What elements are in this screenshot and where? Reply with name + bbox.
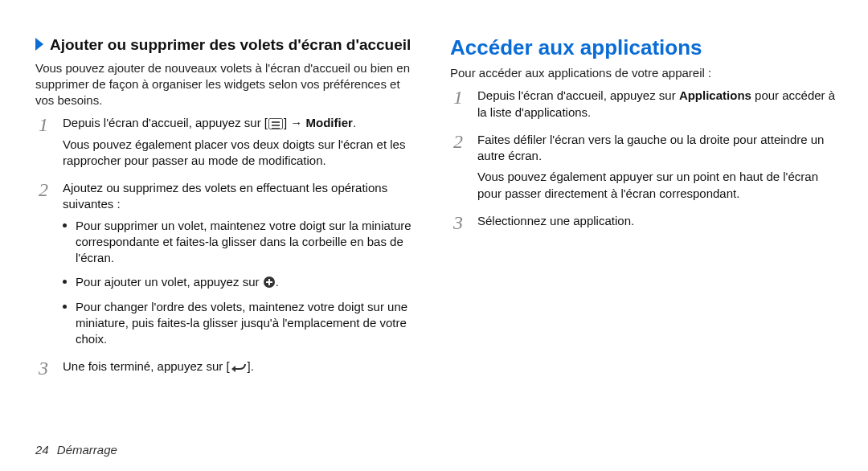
left-step-1-end: . [353,116,356,129]
right-steps: Depuis l'écran d'accueil, appuyez sur Ap… [450,88,836,229]
page-footer: 24 Démarrage [35,443,117,457]
left-step-2-text: Ajoutez ou supprimez des volets en effec… [63,180,421,213]
right-intro: Pour accéder aux applications de votre a… [450,65,836,81]
left-bullet-3: Pour changer l'ordre des volets, mainten… [63,299,421,348]
left-step-3: Une fois terminé, appuyez sur []. [35,358,421,375]
left-bullet-1: Pour supprimer un volet, maintenez votre… [63,218,421,267]
left-step-3-text: Une fois terminé, appuyez sur []. [63,358,421,375]
content-columns: Ajouter ou supprimer des volets d'écran … [35,35,836,387]
page: Ajouter ou supprimer des volets d'écran … [0,0,868,471]
left-step-3-suffix: ]. [248,359,254,373]
left-bullet-2-suffix: . [276,275,279,289]
left-step-1-text: Depuis l'écran d'accueil, appuyez sur []… [63,115,421,131]
right-step-3: Sélectionnez une application. [450,213,836,229]
left-step-2-bullets: Pour supprimer un volet, maintenez votre… [63,218,421,348]
left-intro: Vous pouvez ajouter de nouveaux volets à… [35,60,421,109]
left-step-1-prefix: Depuis l'écran d'accueil, appuyez sur [ [63,116,268,129]
left-steps: Depuis l'écran d'accueil, appuyez sur []… [35,115,421,375]
right-column: Accéder aux applications Pour accéder au… [450,35,836,387]
page-number: 24 [35,443,49,457]
left-step-1-bold: Modifier [306,116,353,129]
right-step-1: Depuis l'écran d'accueil, appuyez sur Ap… [450,88,836,121]
right-step-1-bold: Applications [679,88,751,102]
right-step-3-text: Sélectionnez une application. [477,213,836,229]
right-step-1-text: Depuis l'écran d'accueil, appuyez sur Ap… [477,88,836,121]
left-step-1-suffix: ] → [284,116,306,129]
right-heading: Accéder aux applications [450,35,836,60]
left-step-2: Ajoutez ou supprimez des volets en effec… [35,180,421,347]
left-step-1-sub: Vous pouvez également placer vos deux do… [63,137,421,170]
back-icon [231,362,247,372]
left-heading: Ajouter ou supprimer des volets d'écran … [35,35,421,55]
footer-section: Démarrage [57,443,117,457]
left-step-1: Depuis l'écran d'accueil, appuyez sur []… [35,115,421,169]
menu-icon [268,118,283,129]
left-column: Ajouter ou supprimer des volets d'écran … [35,35,421,387]
right-step-2-text: Faites défiler l'écran vers la gauche ou… [477,132,836,165]
left-bullet-2: Pour ajouter un volet, appuyez sur . [63,274,421,290]
right-step-1-prefix: Depuis l'écran d'accueil, appuyez sur [477,88,679,102]
left-bullet-2-prefix: Pour ajouter un volet, appuyez sur [76,275,263,289]
add-icon [264,276,275,288]
right-step-2-sub: Vous pouvez également appuyer sur un poi… [477,169,836,202]
left-step-3-prefix: Une fois terminé, appuyez sur [ [63,359,230,373]
right-step-2: Faites défiler l'écran vers la gauche ou… [450,132,836,202]
